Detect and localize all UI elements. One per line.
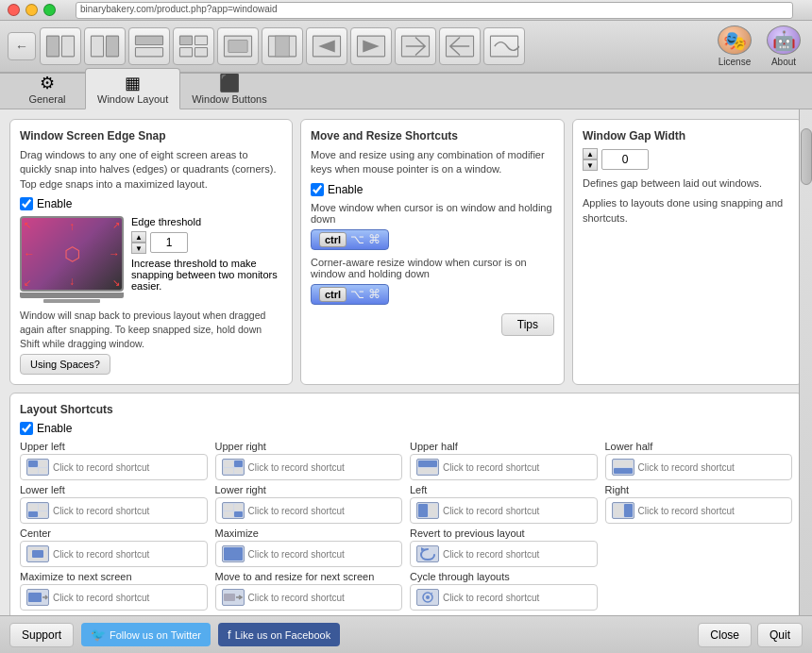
right-icon: [612, 502, 634, 519]
gap-up-btn[interactable]: ▲: [583, 148, 598, 159]
lower-right-icon: [222, 502, 245, 519]
shortcut-btn-right[interactable]: Click to record shortcut: [605, 497, 793, 524]
lower-left-icon: [26, 502, 49, 519]
toolbar-icon-3[interactable]: [128, 27, 170, 65]
snap-bottom-note: Window will snap back to previous layout…: [20, 309, 282, 350]
toolbar-icon-8[interactable]: [350, 27, 392, 65]
shortcut-btn-lower-left[interactable]: Click to record shortcut: [20, 497, 208, 524]
top-sections-row: Window Screen Edge Snap Drag windows to …: [9, 119, 803, 385]
svg-rect-38: [234, 504, 243, 511]
svg-rect-24: [39, 468, 47, 474]
shortcut-btn-upper-left[interactable]: Click to record shortcut: [20, 454, 208, 480]
move-label: Move window when cursor is on window and…: [311, 202, 554, 225]
minimize-button[interactable]: [25, 4, 38, 16]
shortcut-placeholder-1: [605, 527, 793, 567]
svg-rect-27: [224, 468, 233, 474]
svg-rect-46: [32, 550, 43, 558]
svg-rect-31: [614, 460, 633, 467]
svg-rect-30: [418, 468, 437, 474]
back-button[interactable]: ←: [8, 32, 36, 60]
shortcut-btn-revert[interactable]: Click to record shortcut: [410, 541, 598, 567]
facebook-button[interactable]: f Like us on Facebook: [218, 623, 340, 646]
shortcut-btn-lower-right[interactable]: Click to record shortcut: [215, 497, 403, 524]
quit-button[interactable]: Quit: [757, 623, 803, 647]
threshold-input[interactable]: [150, 232, 188, 253]
tab-window-buttons[interactable]: ⬛ Window Buttons: [180, 69, 278, 109]
svg-rect-39: [224, 511, 233, 517]
shortcut-maximize: Maximize Click to record shortcut: [215, 527, 403, 567]
threshold-stepper: ▲ ▼: [131, 231, 146, 254]
svg-rect-34: [39, 504, 47, 511]
upper-right-icon: [222, 459, 245, 476]
shortcut-btn-cycle[interactable]: Click to record shortcut: [410, 584, 598, 611]
toolbar-icon-6[interactable]: [262, 27, 303, 65]
url-bar[interactable]: binarybakery.com/product.php?app=windowa…: [76, 2, 793, 19]
svg-rect-5: [135, 47, 162, 56]
gap-input[interactable]: [601, 149, 649, 170]
title-bar: binarybakery.com/product.php?app=windowa…: [0, 0, 812, 21]
tab-window-layout[interactable]: ▦ Window Layout: [85, 68, 180, 109]
gap-width-section: Window Gap Width ▲ ▼ Defines gap between…: [572, 119, 803, 385]
support-button[interactable]: Support: [9, 623, 74, 647]
svg-rect-23: [28, 468, 38, 474]
svg-rect-32: [614, 468, 633, 474]
toolbar-icon-1[interactable]: [40, 27, 81, 65]
move-key-alt: ⌥: [350, 232, 364, 246]
move-resize-enable-checkbox[interactable]: [311, 183, 324, 196]
shortcut-upper-right: Upper right Click to record shortcut: [215, 441, 403, 480]
corner-key-alt: ⌥: [350, 287, 364, 301]
shortcut-btn-move-next[interactable]: Click to record shortcut: [215, 584, 403, 611]
shortcut-btn-upper-half[interactable]: Click to record shortcut: [410, 454, 598, 480]
shortcut-btn-center[interactable]: Click to record shortcut: [20, 541, 208, 567]
move-key-cmd: ⌘: [368, 232, 381, 246]
license-avatar[interactable]: 🎭 License: [714, 25, 755, 67]
upper-half-icon: [416, 459, 439, 476]
layout-enable-checkbox[interactable]: [20, 422, 33, 435]
shortcut-btn-maximize[interactable]: Click to record shortcut: [215, 541, 403, 567]
threshold-label: Edge threshold: [131, 216, 282, 227]
shortcut-btn-maximize-next[interactable]: Click to record shortcut: [20, 584, 208, 611]
toolbar-icon-11[interactable]: [483, 27, 525, 65]
shortcut-btn-left[interactable]: Click to record shortcut: [410, 497, 598, 524]
toolbar-right: 🎭 License 🤖 About: [714, 25, 804, 67]
scroll-thumb[interactable]: [801, 128, 812, 185]
shortcut-move-next: Move to and resize for next screen Click…: [215, 571, 403, 611]
toolbar-icon-5[interactable]: [217, 27, 259, 65]
svg-rect-3: [106, 36, 118, 57]
toolbar-icon-7[interactable]: [306, 27, 347, 65]
corner-key-combo[interactable]: ctrl ⌥ ⌘: [311, 284, 389, 305]
svg-rect-28: [234, 468, 243, 474]
shortcut-upper-half: Upper half Click to record shortcut: [410, 441, 598, 480]
gap-down-btn[interactable]: ▼: [583, 159, 598, 171]
maximize-button[interactable]: [43, 4, 56, 16]
about-avatar[interactable]: 🤖 About: [763, 25, 804, 67]
svg-rect-36: [39, 511, 47, 517]
twitter-label: Follow us on Twitter: [110, 629, 201, 641]
toolbar-icon-9[interactable]: [395, 27, 436, 65]
left-icon: [416, 502, 439, 519]
shortcut-btn-lower-half[interactable]: Click to record shortcut: [605, 454, 793, 480]
move-key-combo[interactable]: ctrl ⌥ ⌘: [311, 229, 389, 250]
snap-enable-checkbox[interactable]: [20, 197, 33, 210]
toolbar-icon-2[interactable]: [84, 27, 126, 65]
shortcut-btn-upper-right[interactable]: Click to record shortcut: [215, 454, 403, 480]
tips-btn[interactable]: Tips: [501, 313, 554, 336]
threshold-up-btn[interactable]: ▲: [131, 231, 146, 243]
using-spaces-btn[interactable]: Using Spaces?: [20, 354, 110, 375]
shortcut-center: Center Click to record shortcut: [20, 527, 208, 567]
close-button[interactable]: Close: [698, 623, 752, 647]
twitter-button[interactable]: 🐦 Follow us on Twitter: [81, 623, 211, 646]
tab-general[interactable]: ⚙ General: [9, 69, 85, 109]
gap-desc1: Defines gap between laid out windows.: [583, 176, 792, 191]
close-button[interactable]: [8, 4, 20, 16]
layout-shortcuts-section: Layout Shortcuts Enable Upper left Click…: [9, 393, 803, 615]
svg-rect-29: [418, 460, 437, 467]
maximize-next-icon: [26, 589, 49, 606]
bottom-bar: Support 🐦 Follow us on Twitter f Like us…: [0, 615, 812, 653]
scrollbar[interactable]: [799, 109, 812, 615]
threshold-help: Increase threshold to make snapping betw…: [131, 258, 282, 292]
threshold-down-btn[interactable]: ▼: [131, 243, 146, 254]
toolbar-icon-4[interactable]: [173, 27, 214, 65]
toolbar-icon-10[interactable]: [439, 27, 481, 65]
shortcut-lower-half: Lower half Click to record shortcut: [605, 441, 793, 480]
